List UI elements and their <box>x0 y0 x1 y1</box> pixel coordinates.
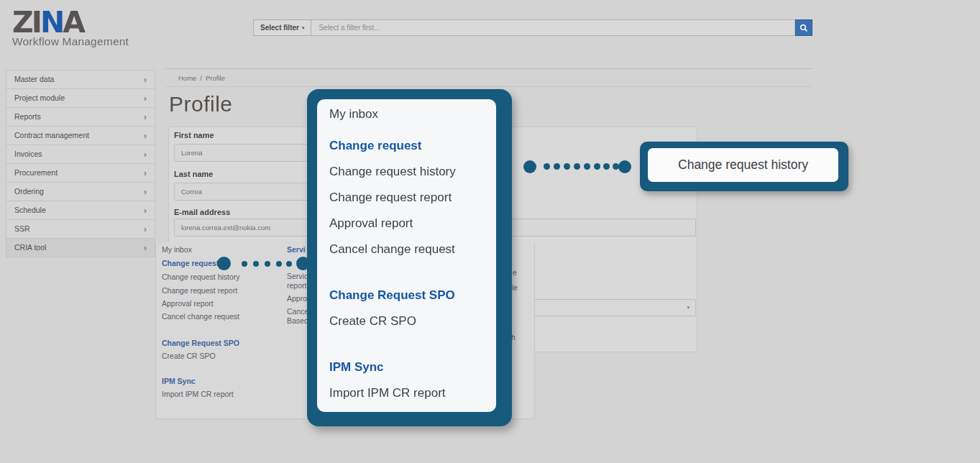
connector-dot <box>242 261 247 267</box>
change-request-history-button[interactable]: Change request history <box>648 148 838 182</box>
sidebar-item-invoices[interactable]: Invoices› <box>6 145 155 164</box>
select-filter-button[interactable]: Select filter ▾ <box>253 19 311 36</box>
change-request-history-callout: Change request history <box>640 142 848 191</box>
popup-item-import-ipm-cr-report[interactable]: Import IPM CR report <box>317 380 496 406</box>
sidebar-item-label: Schedule <box>14 201 46 219</box>
popup-item-change-request-report[interactable]: Change request report <box>317 185 496 211</box>
global-search-bar: Select filter ▾ <box>253 19 812 36</box>
sidebar-item-label: Procurement <box>14 164 58 182</box>
menu-item-change-request[interactable]: Change request <box>162 259 219 270</box>
chevron-right-icon: › <box>144 127 147 145</box>
sidebar-item-master-data[interactable]: Master data› <box>6 70 155 89</box>
connector-dot <box>523 160 536 173</box>
logo-wordmark: ZINA <box>12 7 129 37</box>
clipped-text-fragment: e <box>513 269 517 277</box>
sidebar-item-cria-tool[interactable]: CRIA tool› <box>6 239 155 257</box>
logo-letters-gray: ZI <box>12 5 40 40</box>
connector-dot <box>296 257 310 270</box>
sidebar-item-procurement[interactable]: Procurement› <box>6 164 155 183</box>
popup-item-cancel-change-request[interactable]: Cancel change request <box>317 237 496 262</box>
zoomed-menu-card: My inbox Change request Change request h… <box>317 99 496 412</box>
menu-item-my-inbox[interactable]: My inbox <box>162 245 192 257</box>
select-filter-label: Select filter <box>260 24 299 32</box>
menu-item-cancel-change-request[interactable]: Cancel change request <box>162 312 239 324</box>
connector-dot <box>603 163 610 170</box>
popup-item-my-inbox[interactable]: My inbox <box>317 101 496 127</box>
sidebar-item-label: Ordering <box>14 183 44 201</box>
logo-letter-blue: N <box>40 5 63 40</box>
chevron-right-icon: › <box>144 183 147 201</box>
sidebar-item-label: Contract management <box>14 127 89 145</box>
connector-dot <box>584 163 590 170</box>
clipped-text-fragment: le <box>512 284 518 292</box>
chevron-right-icon: › <box>144 201 147 219</box>
menu-item-change-request-history[interactable]: Change request history <box>162 272 240 284</box>
breadcrumb-current: Profile <box>206 74 225 82</box>
chevron-right-icon: › <box>144 145 147 163</box>
chevron-right-icon: › <box>144 239 147 257</box>
popup-item-change-request-spo[interactable]: Change Request SPO <box>317 283 496 308</box>
zoomed-menu-popup: My inbox Change request Change request h… <box>307 89 512 426</box>
breadcrumb-home-link[interactable]: Home <box>178 74 196 82</box>
search-input[interactable] <box>311 19 795 36</box>
sidebar-item-label: Project module <box>14 89 65 107</box>
email-label: E-mail address <box>174 208 230 216</box>
popup-item-create-cr-spo[interactable]: Create CR SPO <box>317 308 496 334</box>
sidebar-item-schedule[interactable]: Schedule› <box>6 201 155 220</box>
connector-dot <box>574 163 580 170</box>
chevron-down-icon: ▾ <box>302 25 305 31</box>
sidebar-item-ssr[interactable]: SSR› <box>6 220 155 239</box>
logo-letters-gray2: A <box>63 5 83 40</box>
search-icon <box>800 24 808 32</box>
connector-dot <box>265 261 270 267</box>
sidebar-nav: Master data› Project module› Reports› Co… <box>6 70 155 257</box>
menu-item-import-ipm-cr-report[interactable]: Import IPM CR report <box>162 390 234 401</box>
chevron-right-icon: › <box>144 164 147 182</box>
popup-item-change-request-history[interactable]: Change request history <box>317 159 496 185</box>
sidebar-item-contract-management[interactable]: Contract management› <box>6 127 155 145</box>
connector-dot <box>618 160 631 173</box>
breadcrumb-separator: / <box>200 74 202 82</box>
chevron-right-icon: › <box>144 108 147 126</box>
chevron-right-icon: › <box>144 70 147 88</box>
connector-dot <box>594 163 600 170</box>
chevron-right-icon: › <box>144 89 147 107</box>
connector-dot <box>217 257 231 270</box>
menu-item-approval-report[interactable]: Approval report <box>162 299 214 311</box>
connector-dot <box>544 163 550 170</box>
sidebar-item-project-module[interactable]: Project module› <box>6 89 155 108</box>
search-button[interactable] <box>795 19 812 36</box>
popup-item-ipm-sync[interactable]: IPM Sync <box>317 354 496 380</box>
sidebar-item-label: CRIA tool <box>14 239 46 257</box>
page-title: Profile <box>169 92 233 116</box>
connector-dot <box>564 163 570 170</box>
breadcrumb: Home / Profile <box>165 68 812 87</box>
sidebar-item-label: Reports <box>14 108 41 126</box>
popup-item-change-request[interactable]: Change request <box>317 133 496 159</box>
popup-item-approval-report[interactable]: Approval report <box>317 211 496 237</box>
last-name-label: Last name <box>174 170 213 178</box>
menu-item-change-request-spo[interactable]: Change Request SPO <box>162 339 239 350</box>
app-logo: ZINA Workflow Management <box>12 7 129 48</box>
logo-subtitle: Workflow Management <box>12 35 129 48</box>
chevron-right-icon: › <box>144 220 147 238</box>
sidebar-item-label: Master data <box>14 70 54 88</box>
form-dropdown[interactable]: ▾ <box>532 299 696 316</box>
chevron-down-icon: ▾ <box>687 305 690 311</box>
sidebar-item-label: Invoices <box>14 145 42 163</box>
connector-dot <box>276 261 282 267</box>
sidebar-item-ordering[interactable]: Ordering› <box>6 183 155 201</box>
menu-item-create-cr-spo[interactable]: Create CR SPO <box>162 352 216 363</box>
connector-dot <box>554 163 560 170</box>
first-name-label: First name <box>174 131 214 139</box>
connector-dot <box>253 261 259 267</box>
menu-item-ipm-sync[interactable]: IPM Sync <box>162 377 196 388</box>
connector-dot <box>286 261 292 267</box>
sidebar-item-label: SSR <box>14 220 30 238</box>
menu-item-change-request-report[interactable]: Change request report <box>162 286 237 298</box>
sidebar-item-reports[interactable]: Reports› <box>6 108 155 127</box>
